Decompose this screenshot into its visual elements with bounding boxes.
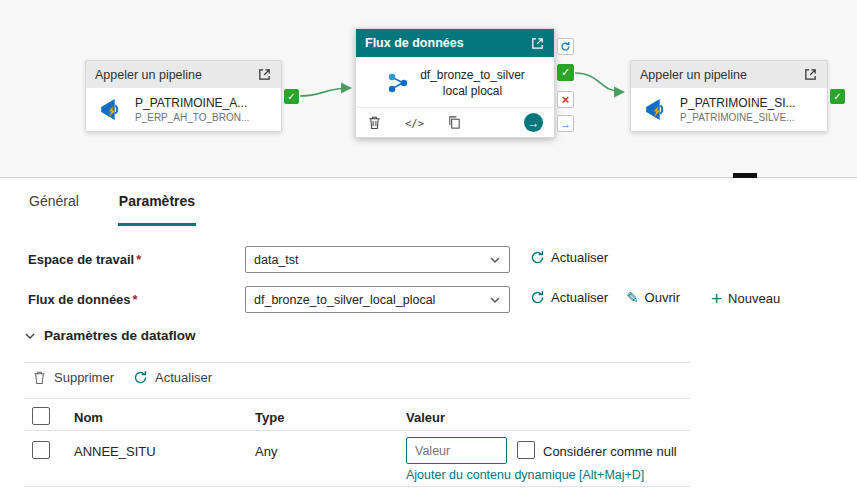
delete-activity-icon[interactable] [367, 115, 382, 130]
add-dynamic-content-link[interactable]: Ajouter du contenu dynamique [Alt+Maj+D] [406, 468, 644, 482]
tab-parametres[interactable]: Paramètres [118, 178, 196, 226]
parameter-value-input[interactable] [406, 437, 507, 464]
refresh-icon [530, 290, 545, 305]
port-on-completion[interactable]: → [557, 115, 574, 132]
dataflow-label: Flux de données* [28, 292, 138, 307]
check-icon: ✓ [287, 91, 295, 102]
chevron-down-icon [489, 294, 501, 306]
row-checkbox[interactable] [32, 441, 50, 459]
validation-success-badge: ✓ [830, 89, 845, 104]
section-title: Paramètres de dataflow [44, 328, 196, 343]
chevron-down-icon [24, 330, 36, 342]
node-title-line2: local plocal [420, 83, 525, 99]
refresh-label: Actualiser [551, 250, 608, 265]
code-view-icon[interactable]: </> [405, 117, 424, 129]
column-header-type: Type [255, 410, 284, 425]
node-subtitle: P_ERP_AH_TO_BRON... [135, 112, 249, 123]
execute-pipeline-icon [96, 96, 126, 123]
workspace-dropdown-value: data_tst [254, 253, 489, 267]
check-icon: ✓ [833, 91, 841, 102]
new-dataflow-button[interactable]: + Nouveau [711, 289, 780, 308]
select-all-checkbox[interactable] [32, 407, 50, 425]
node-body: P_PATRIMOINE_A... P_ERP_AH_TO_BRON... [86, 88, 281, 131]
parameter-type: Any [255, 444, 277, 459]
new-label: Nouveau [728, 291, 780, 306]
activity-config-panel: Général Paramètres Espace de travail* da… [0, 178, 857, 488]
plus-icon: + [711, 289, 722, 308]
port-on-fail[interactable]: × [557, 91, 574, 108]
node-body: P_PATRIMOINE_SI... P_PATRIMOINE_SILVE... [631, 88, 827, 131]
arrow-right-icon: → [528, 116, 540, 130]
node-header-label: Appeler un pipeline [95, 68, 202, 82]
refresh-icon [133, 370, 148, 385]
parameter-name: ANNEE_SITU [74, 444, 156, 459]
workspace-refresh-button[interactable]: Actualiser [530, 250, 608, 265]
consider-null-label: Considérer comme null [543, 444, 677, 459]
activity-node-dataflow[interactable]: Flux de données df_bronze_to_silver loca… [355, 28, 555, 138]
refresh-parameters-button[interactable]: Actualiser [133, 370, 212, 385]
node-text: P_PATRIMOINE_SI... P_PATRIMOINE_SILVE... [680, 96, 796, 123]
refresh-label: Actualiser [551, 290, 608, 305]
port-on-skip[interactable] [557, 38, 574, 55]
column-header-valeur: Valeur [406, 410, 445, 425]
dataflow-dropdown[interactable]: df_bronze_to_silver_local_plocal [245, 286, 510, 313]
node-body: df_bronze_to_silver local plocal [356, 57, 554, 107]
refresh-label: Actualiser [155, 370, 212, 385]
open-in-new-icon[interactable] [257, 67, 272, 82]
workspace-label: Espace de travail* [28, 252, 141, 267]
node-header: Flux de données [356, 29, 554, 57]
dataflow-dropdown-value: df_bronze_to_silver_local_plocal [254, 293, 489, 307]
port-on-success[interactable]: ✓ [557, 64, 574, 81]
pipeline-canvas[interactable]: Appeler un pipeline P_PATRIMOINE_A... P_… [0, 0, 857, 178]
dataflow-label-text: Flux de données [28, 292, 131, 307]
execute-pipeline-icon [641, 96, 671, 123]
node-title: P_PATRIMOINE_A... [135, 96, 249, 110]
pipeline-editor: Appeler un pipeline P_PATRIMOINE_A... P_… [0, 0, 857, 488]
node-header-label: Flux de données [365, 36, 464, 50]
node-header: Appeler un pipeline [86, 61, 281, 88]
open-dataflow-button[interactable]: ✎ Ouvrir [626, 290, 680, 305]
node-title: P_PATRIMOINE_SI... [680, 96, 796, 110]
skip-arrow-icon [560, 41, 571, 52]
trash-icon [32, 370, 47, 385]
open-in-new-icon[interactable] [530, 36, 545, 51]
divider [24, 486, 690, 487]
panel-tabs: Général Paramètres [28, 178, 196, 226]
node-subtitle: P_PATRIMOINE_SILVE... [680, 112, 796, 123]
chevron-down-icon [489, 254, 501, 266]
activity-node-execute-pipeline-left[interactable]: Appeler un pipeline P_PATRIMOINE_A... P_… [85, 60, 282, 132]
refresh-icon [530, 250, 545, 265]
required-asterisk: * [133, 292, 138, 307]
node-header-label: Appeler un pipeline [640, 68, 747, 82]
validation-success-badge: ✓ [284, 89, 299, 104]
workspace-dropdown[interactable]: data_tst [245, 246, 510, 273]
required-asterisk: * [136, 252, 141, 267]
workspace-label-text: Espace de travail [28, 252, 134, 267]
column-header-nom: Nom [74, 410, 103, 425]
check-icon: ✓ [561, 66, 570, 79]
consider-null-checkbox[interactable] [517, 441, 535, 459]
open-label: Ouvrir [645, 290, 680, 305]
delete-parameter-button[interactable]: Supprimer [32, 370, 114, 385]
divider [24, 362, 690, 363]
node-header: Appeler un pipeline [631, 61, 827, 88]
node-toolbar: </> → [356, 107, 554, 137]
clone-activity-icon[interactable] [447, 115, 462, 130]
dataflow-icon [385, 70, 411, 96]
divider [24, 398, 690, 399]
pencil-icon: ✎ [626, 290, 639, 305]
dataflow-parameters-section-toggle[interactable]: Paramètres de dataflow [24, 328, 196, 343]
arrow-right-icon: → [560, 118, 571, 130]
divider [24, 430, 690, 431]
activity-node-execute-pipeline-right[interactable]: Appeler un pipeline P_PATRIMOINE_SI... P… [630, 60, 828, 132]
node-text: P_PATRIMOINE_A... P_ERP_AH_TO_BRON... [135, 96, 249, 123]
node-title: df_bronze_to_silver local plocal [420, 67, 525, 99]
cross-icon: × [562, 92, 570, 107]
delete-label: Supprimer [54, 370, 114, 385]
dataflow-refresh-button[interactable]: Actualiser [530, 290, 608, 305]
navigate-to-dataflow-button[interactable]: → [524, 113, 543, 132]
open-in-new-icon[interactable] [803, 67, 818, 82]
tab-general[interactable]: Général [28, 178, 80, 226]
node-title-line1: df_bronze_to_silver [420, 67, 525, 83]
